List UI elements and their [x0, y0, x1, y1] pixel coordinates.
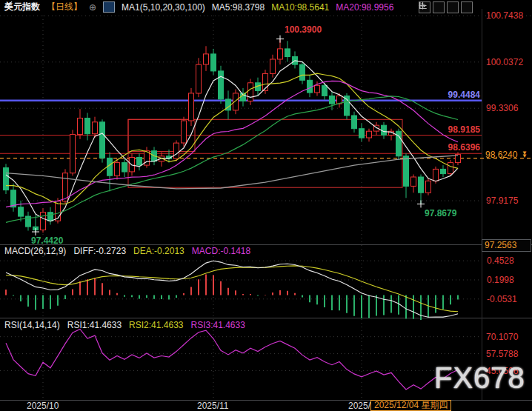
expand-icon[interactable]: ⊕: [89, 2, 96, 13]
chart-type-icon[interactable]: [103, 1, 115, 13]
macd-value: MACD:-0.1418: [192, 246, 250, 256]
pane-min-price-tag: 97.2563: [482, 239, 531, 252]
period-label[interactable]: 【日线】: [47, 1, 82, 13]
current-price-tag: 98.6240: [485, 150, 517, 160]
rsi1-value: RSI1:41.4633: [67, 320, 122, 330]
ma10-value: MA10:98.5641: [271, 2, 329, 13]
chart-application-window: 美元指数 【日线】 ⊕ MA1(5,10,20,30,100) MA5:98.3…: [0, 0, 532, 411]
rsi-settings-label[interactable]: RSI(14,14,14): [4, 320, 60, 330]
axis-zoom-right-icon[interactable]: [447, 1, 459, 13]
ma-settings-label[interactable]: MA1(5,10,20,30,100): [122, 2, 205, 13]
axis-zoom-up-icon[interactable]: [433, 1, 445, 13]
rsi3-value: RSI3:41.4633: [191, 320, 245, 330]
ma5-value: MA5:98.3798: [212, 2, 265, 13]
macd-label-row: MACD(26,12,9) DIFF:-0.2723 DEA:-0.2013 M…: [4, 246, 250, 256]
rsi2-value: RSI2:41.4633: [129, 320, 183, 330]
price-tag-arrows-icon[interactable]: ▼▼: [522, 151, 528, 158]
jump-to-latest-icon[interactable]: [461, 1, 473, 13]
current-date-badge: 2025/12/04 星期四: [370, 400, 451, 411]
rsi-label-row: RSI(14,14,14) RSI1:41.4633 RSI2:41.4633 …: [4, 320, 245, 330]
fx678-watermark: FX678: [434, 361, 525, 395]
price-chart-canvas[interactable]: [0, 0, 532, 411]
macd-settings-label[interactable]: MACD(26,12,9): [4, 246, 66, 256]
macd-dea-value: DEA:-0.2013: [133, 246, 184, 256]
chart-header: 美元指数 【日线】 ⊕ MA1(5,10,20,30,100) MA5:98.3…: [4, 1, 393, 13]
macd-diff-value: DIFF:-0.2723: [73, 246, 126, 256]
ma20-value: MA20:98.9956: [336, 2, 393, 13]
chart-toolbar: [419, 1, 473, 13]
